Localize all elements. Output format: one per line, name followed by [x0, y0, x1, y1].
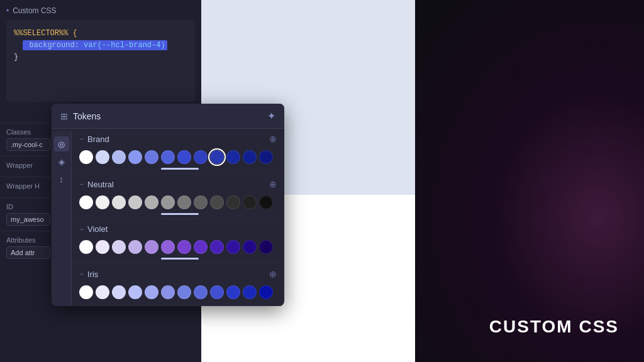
swatch[interactable] — [194, 285, 208, 299]
tab-layers[interactable]: ↕ — [54, 172, 69, 187]
classes-section: Classes .my-cool-c — [0, 123, 52, 156]
violet-collapse-icon[interactable]: − — [79, 225, 84, 234]
panel-title-text: Custom CSS — [13, 6, 56, 15]
brand-underline — [161, 168, 199, 170]
swatch[interactable] — [79, 195, 93, 209]
swatch[interactable] — [226, 240, 240, 254]
code-line-3: } — [14, 52, 187, 63]
code-selector: %%SELECTOR%% { — [14, 29, 77, 38]
swatch[interactable] — [161, 150, 175, 164]
add-attr-button[interactable]: Add attr — [6, 246, 50, 259]
swatch[interactable] — [128, 195, 142, 209]
tab-styles[interactable]: ◎ — [54, 136, 69, 151]
swatch[interactable] — [79, 150, 93, 164]
swatch[interactable] — [96, 240, 109, 254]
swatch[interactable] — [243, 285, 257, 299]
iris-group-name: Iris — [87, 270, 98, 279]
swatch[interactable] — [259, 150, 273, 164]
swatch[interactable] — [145, 240, 158, 254]
swatch[interactable] — [243, 195, 257, 209]
violet-group-name: Violet — [87, 224, 108, 234]
swatch[interactable] — [112, 285, 126, 299]
brand-group-left: − Brand — [79, 134, 109, 144]
swatch[interactable] — [243, 240, 257, 254]
swatch[interactable] — [226, 195, 240, 209]
code-editor[interactable]: %%SELECTOR%% { background: var(--hcl-bra… — [6, 20, 195, 102]
swatch[interactable] — [128, 285, 142, 299]
swatch[interactable] — [112, 240, 126, 254]
swatch[interactable] — [96, 195, 109, 209]
iris-swatches — [79, 284, 277, 302]
brand-add-icon[interactable]: ⊕ — [269, 134, 277, 144]
sun-icon[interactable]: ✦ — [267, 110, 275, 122]
swatch[interactable] — [96, 285, 109, 299]
swatch[interactable] — [259, 240, 273, 254]
neutral-group: − Neutral ⊕ — [72, 174, 284, 219]
wrapper-label: Wrapper — [6, 162, 45, 169]
swatch[interactable] — [226, 150, 240, 164]
brand-collapse-icon[interactable]: − — [79, 134, 84, 143]
swatch[interactable] — [259, 285, 273, 299]
id-input[interactable]: my_aweso — [6, 213, 50, 226]
swatch[interactable] — [145, 150, 158, 164]
iris-collapse-icon[interactable]: − — [79, 270, 84, 278]
swatch[interactable] — [128, 150, 142, 164]
swatch[interactable] — [177, 240, 191, 254]
swatch[interactable] — [210, 240, 224, 254]
brand-swatches — [79, 149, 277, 167]
iris-add-icon[interactable]: ⊕ — [269, 269, 277, 279]
swatch[interactable] — [112, 195, 126, 209]
swatch[interactable] — [79, 285, 93, 299]
id-label: ID — [6, 203, 45, 211]
swatch[interactable] — [226, 285, 240, 299]
attributes-label: Attributes — [6, 236, 45, 244]
swatch[interactable] — [161, 240, 175, 254]
neutral-add-icon[interactable]: ⊕ — [269, 179, 277, 189]
wrapper-h-section: Wrapper H — [0, 177, 52, 197]
swatch[interactable] — [177, 195, 191, 209]
swatch[interactable] — [128, 240, 142, 254]
swatch[interactable] — [210, 195, 224, 209]
violet-underline — [161, 258, 199, 260]
swatch[interactable] — [145, 195, 158, 209]
swatch[interactable] — [259, 195, 273, 209]
id-section: ID my_aweso — [0, 197, 52, 231]
swatch[interactable] — [194, 150, 208, 164]
brand-group-header: − Brand ⊕ — [79, 134, 277, 144]
swatch[interactable] — [145, 285, 158, 299]
neutral-underline — [161, 213, 199, 215]
swatch[interactable] — [243, 150, 257, 164]
classes-label: Classes — [6, 128, 45, 136]
brand-group: − Brand ⊕ — [72, 129, 284, 174]
code-highlighted: background: var(--hcl-brand-4) — [23, 40, 167, 50]
swatch[interactable] — [177, 150, 191, 164]
tokens-title: Tokens — [73, 111, 101, 121]
swatch[interactable] — [177, 285, 191, 299]
attributes-section: Attributes Add attr — [0, 231, 52, 264]
swatch[interactable] — [161, 285, 175, 299]
swatch[interactable] — [161, 195, 175, 209]
swatch[interactable] — [112, 150, 126, 164]
neutral-group-name: Neutral — [87, 180, 114, 189]
neutral-collapse-icon[interactable]: − — [79, 180, 84, 189]
tab-tokens[interactable]: ◈ — [54, 154, 69, 169]
swatch-selected[interactable] — [210, 150, 224, 164]
swatch[interactable] — [194, 195, 208, 209]
grid-icon: ⊞ — [60, 111, 68, 121]
class-input[interactable]: .my-cool-c — [6, 138, 50, 151]
iris-group-header: − Iris ⊕ — [79, 269, 277, 279]
swatch[interactable] — [210, 285, 224, 299]
panel-title: Custom CSS — [6, 6, 195, 15]
swatch[interactable] — [194, 240, 208, 254]
neutral-group-left: − Neutral — [79, 180, 114, 189]
code-closing: } — [14, 53, 18, 62]
tokens-content: − Brand ⊕ — [72, 129, 284, 306]
tokens-header: ⊞ Tokens ✦ — [52, 104, 284, 129]
code-value: var(--hcl-brand-4) — [84, 41, 165, 50]
right-panel-label: CUSTOM CSS — [489, 317, 619, 337]
violet-group-left: − Violet — [79, 224, 108, 234]
swatch[interactable] — [79, 240, 93, 254]
swatch[interactable] — [96, 150, 109, 164]
code-property: background: — [30, 41, 79, 50]
custom-css-panel: Custom CSS %%SELECTOR%% { background: va… — [0, 0, 201, 108]
